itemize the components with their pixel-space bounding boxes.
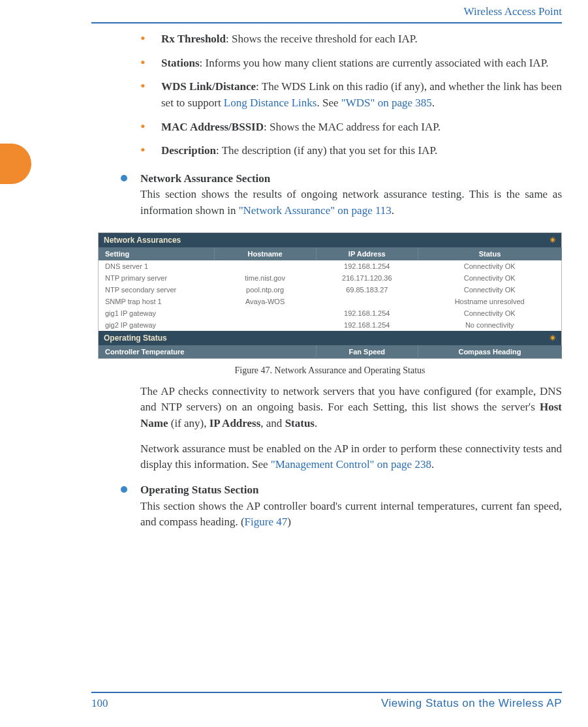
table-row: NTP secondary serverpool.ntp.org69.85.18… xyxy=(99,284,562,296)
assurance-title: Network Assurances xyxy=(104,236,181,245)
page-number: 100 xyxy=(91,697,108,710)
bullet-wds-link: WDS Link/Distance: The WDS Link on this … xyxy=(140,79,562,111)
table-row: gig1 IP gateway192.168.1.254Connectivity… xyxy=(99,307,562,319)
col-compass: Compass Heading xyxy=(418,345,561,359)
disc-icon xyxy=(121,486,127,493)
bullet-stations: Stations: Informs you how many client st… xyxy=(140,55,562,72)
gear-icon[interactable]: ✴ xyxy=(549,236,556,245)
operating-header-row: Controller Temperature Fan Speed Compass… xyxy=(99,345,562,359)
thumb-tab xyxy=(0,144,31,184)
link-network-assurance[interactable]: "Network Assurance" on page 113 xyxy=(239,204,392,217)
col-temp: Controller Temperature xyxy=(99,345,317,359)
text-after: ) xyxy=(287,516,291,528)
bullet-mac-bssid: MAC Address/BSSID: Shows the MAC address… xyxy=(140,119,562,136)
post-figure-content: The AP checks connectivity to network se… xyxy=(98,384,562,531)
desc: : Shows the receive threshold for each I… xyxy=(226,33,418,45)
desc-after: . xyxy=(432,97,435,109)
gear-icon[interactable]: ✴ xyxy=(549,333,556,343)
section-list-2: Operating Status Section This section sh… xyxy=(121,482,562,531)
link-long-distance[interactable]: Long Distance Links xyxy=(224,97,317,109)
bullet-rx-threshold: Rx Threshold: Shows the receive threshol… xyxy=(140,31,562,48)
header-title: Wireless Access Point xyxy=(0,0,588,22)
section-head: Network Assurance Section xyxy=(140,172,270,185)
link-management-control[interactable]: "Management Control" on page 238 xyxy=(271,458,431,471)
post-figure-p2: Network assurance must be enabled on the… xyxy=(140,441,562,473)
table-row: SNMP trap host 1Avaya-WOSHostname unreso… xyxy=(99,296,562,307)
desc: : Informs you how many client stations a… xyxy=(200,57,549,69)
post-figure-p1: The AP checks connectivity to network se… xyxy=(140,384,562,432)
col-fan: Fan Speed xyxy=(316,345,418,359)
footer-section-title: Viewing Status on the Wireless AP xyxy=(381,697,562,710)
section-operating-status: Operating Status Section This section sh… xyxy=(121,482,562,531)
text-before: This section shows the AP controller boa… xyxy=(140,500,562,529)
footer-rule xyxy=(91,692,562,693)
footer: 100 Viewing Status on the Wireless AP xyxy=(0,692,588,710)
section-list: Network Assurance Section This section s… xyxy=(121,171,562,219)
disc-icon xyxy=(121,175,127,181)
figure-caption: Figure 47. Network Assurance and Operati… xyxy=(98,365,562,376)
section-head: Operating Status Section xyxy=(140,484,258,496)
figure-table: Network Assurances ✴ Setting Hostname IP… xyxy=(98,232,562,359)
figure-47: Network Assurances ✴ Setting Hostname IP… xyxy=(98,232,562,376)
content-body: Rx Threshold: Shows the receive threshol… xyxy=(98,31,562,219)
bullet-description: Description: The description (if any) th… xyxy=(140,143,562,159)
link-figure-47[interactable]: Figure 47 xyxy=(245,516,288,528)
col-setting: Setting xyxy=(99,247,215,260)
assurance-title-row: Network Assurances ✴ xyxy=(99,232,562,247)
table-row: NTP primary servertime.nist.gov216.171.1… xyxy=(99,272,562,284)
desc-mid: . See xyxy=(317,97,341,109)
term: Description xyxy=(161,144,216,157)
desc: : Shows the MAC address for each IAP. xyxy=(264,121,441,133)
header-rule xyxy=(91,22,562,23)
section-network-assurance: Network Assurance Section This section s… xyxy=(121,171,562,219)
desc: : The description (if any) that you set … xyxy=(216,144,437,157)
intro-after: . xyxy=(392,204,394,217)
col-status: Status xyxy=(418,247,561,260)
operating-title-row: Operating Status ✴ xyxy=(99,331,562,345)
term: Stations xyxy=(161,57,200,69)
operating-title: Operating Status xyxy=(104,333,167,343)
table-row: gig2 IP gateway192.168.1.254No connectiv… xyxy=(99,319,562,331)
term: WDS Link/Distance xyxy=(161,80,256,93)
table-row: DNS server 1192.168.1.254Connectivity OK xyxy=(99,260,562,272)
bullet-list: Rx Threshold: Shows the receive threshol… xyxy=(140,31,562,159)
assurance-header-row: Setting Hostname IP Address Status xyxy=(99,247,562,260)
term: MAC Address/BSSID xyxy=(161,121,264,133)
col-ip: IP Address xyxy=(316,247,418,260)
link-wds-page[interactable]: "WDS" on page 385 xyxy=(341,97,432,109)
term: Rx Threshold xyxy=(161,33,226,45)
col-hostname: Hostname xyxy=(214,247,316,260)
